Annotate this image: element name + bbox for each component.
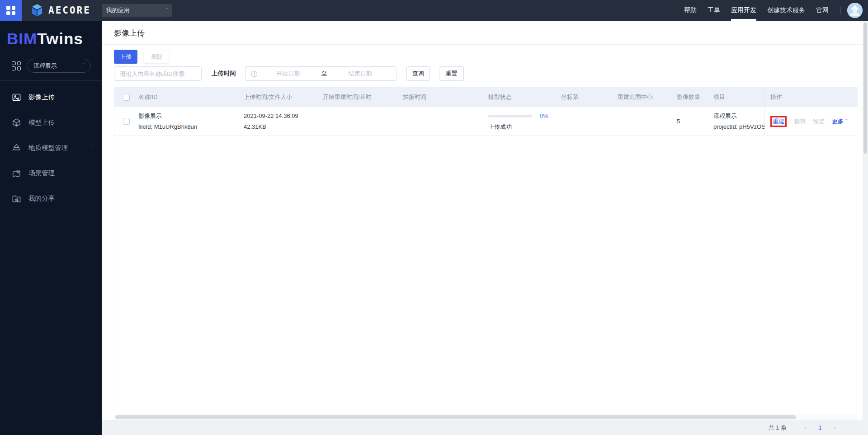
col-header-coordinate: 坐标系 bbox=[557, 87, 613, 107]
pagination-page-1[interactable]: 1 bbox=[813, 424, 827, 431]
row-checkbox[interactable] bbox=[123, 118, 130, 125]
col-header-upload-time: 上传时间/文件大小 bbox=[240, 87, 319, 107]
select-all-checkbox[interactable] bbox=[123, 94, 130, 101]
col-header-rebuild-center: 重建范围中心 bbox=[613, 87, 673, 107]
row-status: 上传成功 bbox=[488, 122, 557, 132]
pagination-prev-icon[interactable]: ‹ bbox=[798, 424, 813, 431]
date-separator: 至 bbox=[319, 70, 330, 78]
sidebar-menu: 影像上传 模型上传 地质模型管理 ˇ 场景管理 我的分享 bbox=[0, 84, 102, 211]
horizontal-scrollbar-thumb[interactable] bbox=[115, 415, 796, 419]
user-hardhat-icon bbox=[847, 3, 863, 18]
sidebar-item-scene-manage[interactable]: 场景管理 bbox=[0, 160, 102, 186]
chevron-down-icon: ˇ bbox=[845, 119, 848, 124]
divider bbox=[840, 6, 841, 14]
upload-button[interactable]: 上传 bbox=[114, 50, 137, 64]
logo-bim-text: BIM bbox=[7, 30, 37, 47]
menu-help[interactable]: 帮助 bbox=[684, 0, 697, 21]
row-upload-time: 2021-09-22 14:36:09 bbox=[244, 111, 319, 122]
delete-button[interactable]: 删除 bbox=[144, 50, 170, 64]
preview-action-link[interactable]: 预览 bbox=[813, 117, 825, 126]
project-switcher: 流程展示 ˇ bbox=[12, 59, 102, 73]
col-header-name-id: 名称/ID bbox=[134, 87, 240, 107]
date-range-picker[interactable]: 开始日期 至 结束日期 bbox=[245, 66, 396, 81]
upload-time-label: 上传时间 bbox=[212, 70, 236, 78]
scene-map-icon bbox=[12, 168, 21, 178]
sidebar-item-my-shares[interactable]: 我的分享 bbox=[0, 186, 102, 211]
my-apps-select-value: 我的应用 bbox=[106, 6, 130, 14]
row-rebuild-center bbox=[613, 107, 673, 136]
query-button[interactable]: 查询 bbox=[406, 66, 430, 81]
brand-logo: AECORE bbox=[30, 3, 91, 18]
chevron-down-icon: ˇ bbox=[166, 8, 168, 13]
chevron-down-icon: ˇ bbox=[82, 63, 85, 68]
logo-twins-text: Twins bbox=[37, 30, 83, 47]
data-table: 名称/ID 上传时间/文件大小 开始重建时间/耗时 拍摄时间 模型状态 坐标系 … bbox=[114, 87, 857, 420]
rebuild-label: 重建 bbox=[773, 118, 784, 125]
search-input[interactable] bbox=[114, 66, 202, 81]
top-bar: AECORE 我的应用 ˇ 帮助 工单 应用开发 创建技术服务 官网 bbox=[0, 0, 868, 21]
sidebar-item-label: 地质模型管理 bbox=[28, 144, 68, 152]
my-apps-select[interactable]: 我的应用 ˇ bbox=[102, 4, 172, 17]
pagination-next-icon[interactable]: › bbox=[827, 424, 842, 431]
menu-official-site[interactable]: 官网 bbox=[816, 0, 829, 21]
row-project-id: projectId: pH5VzOSv bbox=[713, 122, 764, 132]
aecore-cube-icon bbox=[30, 3, 44, 18]
col-header-action: 操作 bbox=[764, 87, 858, 107]
bimtwins-logo: BIMTwins bbox=[0, 21, 102, 48]
crop-action-link[interactable]: 裁剪 bbox=[794, 117, 806, 126]
col-header-image-count: 影像数量 bbox=[673, 87, 709, 107]
reset-button[interactable]: 重置 bbox=[439, 66, 464, 81]
clock-icon bbox=[251, 70, 258, 77]
app-launcher-button[interactable] bbox=[0, 0, 22, 21]
row-rebuild-time bbox=[319, 107, 399, 136]
filter-bar: 上传时间 开始日期 至 结束日期 查询 重置 bbox=[114, 66, 464, 81]
row-coordinate bbox=[557, 107, 613, 136]
menu-create-tech-service[interactable]: 创建技术服务 bbox=[767, 0, 805, 21]
col-header-rebuild-time: 开始重建时间/耗时 bbox=[319, 87, 399, 107]
sidebar-item-label: 模型上传 bbox=[28, 118, 55, 127]
chevron-down-icon: ˇ bbox=[90, 145, 92, 150]
grid-icon bbox=[12, 61, 21, 70]
project-select-value: 流程展示 bbox=[33, 62, 57, 70]
row-file-size: 42.31KB bbox=[244, 122, 319, 132]
row-name: 影像展示 bbox=[138, 111, 240, 122]
table-header-row: 名称/ID 上传时间/文件大小 开始重建时间/耗时 拍摄时间 模型状态 坐标系 … bbox=[114, 87, 857, 107]
menu-app-dev[interactable]: 应用开发 bbox=[731, 0, 756, 21]
row-shoot-time bbox=[399, 107, 484, 136]
col-header-project: 项目 bbox=[709, 87, 764, 107]
progress-bar bbox=[488, 115, 532, 117]
progress-percent: 0% bbox=[540, 111, 548, 122]
share-folder-icon bbox=[12, 194, 21, 203]
vertical-scrollbar-thumb[interactable] bbox=[863, 23, 867, 154]
end-date-placeholder[interactable]: 结束日期 bbox=[330, 70, 391, 78]
footer-bar: 共 1 条 ‹ 1 › bbox=[102, 420, 863, 435]
sidebar-item-label: 我的分享 bbox=[28, 194, 55, 203]
sidebar-item-image-upload[interactable]: 影像上传 bbox=[0, 84, 102, 110]
user-avatar[interactable] bbox=[847, 3, 863, 18]
brand-text: AECORE bbox=[48, 5, 91, 16]
vertical-scrollbar[interactable] bbox=[863, 21, 868, 435]
top-right-menu: 帮助 工单 应用开发 创建技术服务 官网 bbox=[679, 0, 868, 21]
sidebar: BIMTwins 流程展示 ˇ 影像上传 模型上传 地质模型管理 ˇ bbox=[0, 21, 102, 435]
more-action-link[interactable]: 更多 bbox=[832, 117, 844, 126]
rebuild-action-link[interactable]: 重建 bbox=[770, 116, 787, 127]
more-label: 更多 bbox=[832, 118, 844, 125]
sidebar-item-geology-model[interactable]: 地质模型管理 ˇ bbox=[0, 135, 102, 160]
col-header-model-status: 模型状态 bbox=[484, 87, 557, 107]
model-upload-icon bbox=[12, 118, 21, 127]
divider bbox=[0, 80, 102, 81]
app-grid-icon bbox=[6, 6, 15, 15]
divider bbox=[102, 44, 863, 45]
sidebar-item-model-upload[interactable]: 模型上传 bbox=[0, 110, 102, 135]
horizontal-scrollbar[interactable] bbox=[114, 414, 857, 420]
menu-workorder[interactable]: 工单 bbox=[708, 0, 720, 21]
col-header-shoot-time: 拍摄时间 bbox=[399, 87, 484, 107]
row-project-name: 流程展示 bbox=[713, 111, 764, 122]
start-date-placeholder[interactable]: 开始日期 bbox=[258, 70, 319, 78]
project-select[interactable]: 流程展示 ˇ bbox=[27, 59, 91, 73]
sidebar-item-label: 场景管理 bbox=[28, 169, 55, 178]
table-row: 影像展示 fileId: M1uURgBhk8un 2021-09-22 14:… bbox=[114, 107, 857, 136]
row-image-count: 5 bbox=[673, 107, 709, 136]
main-content: 影像上传 上传 删除 上传时间 开始日期 至 结束日期 查询 重置 名称/ID … bbox=[102, 21, 863, 435]
row-file-id: fileId: M1uURgBhk8un bbox=[138, 122, 240, 132]
